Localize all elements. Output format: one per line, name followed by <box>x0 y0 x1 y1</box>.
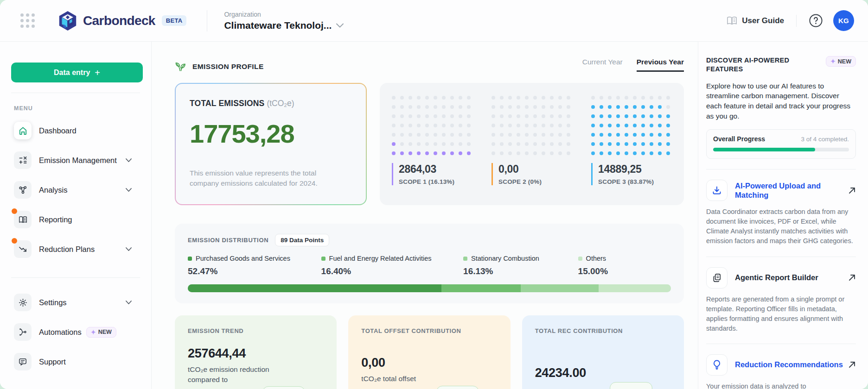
distribution-bar-segment <box>521 284 599 292</box>
sidebar-item-support[interactable]: Support <box>11 349 142 374</box>
card-value: 257644,44 <box>188 346 324 361</box>
external-arrow-icon <box>848 274 856 282</box>
legend-item: Stationary Combustion 16.13% <box>463 255 578 276</box>
tab-previous-year[interactable]: Previous Year <box>637 58 684 72</box>
emission-trend-card: EMISSION TREND 257644,44 tCO₂e emission … <box>175 315 337 389</box>
legend-swatch <box>188 257 192 261</box>
ai-panel-title: DISCOVER AI-POWERED FEATURES <box>706 56 806 74</box>
lightbulb-icon <box>713 360 721 370</box>
distribution-bar-segment <box>441 284 521 292</box>
total-emissions-value: 17753,28 <box>190 119 352 149</box>
section-title: EMISSION PROFILE <box>192 63 264 71</box>
sidebar-item-label: Analysis <box>39 186 126 194</box>
chevron-down-icon <box>126 301 132 304</box>
legend-swatch <box>321 257 326 261</box>
sidebar-item-settings[interactable]: Settings <box>11 290 142 315</box>
legend-swatch <box>578 257 582 261</box>
organization-label: Organization <box>224 11 344 18</box>
card-description: tCO₂e emission reduction compared to <box>188 364 287 384</box>
card-title: EMISSION TREND <box>188 327 324 334</box>
card-action-pill[interactable] <box>610 382 652 389</box>
sidebar-item-analysis[interactable]: Analysis <box>11 177 142 202</box>
sidebar-item-reporting[interactable]: Reporting <box>11 207 142 232</box>
panel-divider <box>706 257 856 257</box>
feature-agentic-report-builder[interactable]: Agentic Report Builder Reports are gener… <box>706 267 856 333</box>
sidebar-item-label: Reduction Plans <box>39 245 126 254</box>
gear-icon <box>19 298 27 307</box>
total-emissions-description: This emission value represents the total… <box>190 168 343 188</box>
total-offset-card: TOTAL OFFSET CONTRIBUTION 0,00 tCO₂e tot… <box>348 315 510 389</box>
scope-2-label: SCOPE 2 (0%) <box>498 178 570 185</box>
chevron-down-icon <box>336 23 344 28</box>
progress-status: 3 of 4 completed. <box>801 136 849 143</box>
trend-down-icon <box>19 246 27 253</box>
card-action-pill[interactable] <box>436 386 479 389</box>
user-guide-button[interactable]: User Guide <box>727 16 784 25</box>
distribution-bar-segment <box>188 284 441 292</box>
legend-swatch <box>463 257 467 261</box>
card-value: 0,00 <box>361 356 497 370</box>
beta-badge: BETA <box>162 15 187 26</box>
data-points-badge: 89 Data Points <box>275 234 329 246</box>
distribution-legend: Purchased Goods and Services 52.47% Fuel… <box>188 255 671 276</box>
sidebar-item-label: Settings <box>39 298 126 307</box>
progress-bar <box>713 148 849 151</box>
total-rec-card: TOTAL REC CONTRIBUTION 24234.00 <box>522 315 684 389</box>
scope-1-group: 2864,03 SCOPE 1 (16.13%) <box>392 96 471 205</box>
feature-description: Your emission data is analyzed to <box>706 382 856 389</box>
total-emissions-card: TOTAL EMISSIONS (tCO₂e) 17753,28 This em… <box>175 83 367 205</box>
feature-ai-upload-matching[interactable]: AI-Powered Upload and Matching Data Coor… <box>706 180 856 246</box>
carbondeck-cube-icon <box>57 10 78 31</box>
notification-dot <box>12 238 17 244</box>
apps-grid-icon[interactable] <box>20 13 35 28</box>
plus-icon: + <box>95 68 100 77</box>
data-entry-button[interactable]: Data entry + <box>11 63 143 82</box>
sidebar-item-label: Dashboard <box>39 126 139 135</box>
card-value: 24234.00 <box>535 366 671 380</box>
chevron-down-icon <box>126 188 132 192</box>
scope-3-dot-matrix <box>591 96 670 155</box>
feature-description: Reports are generated from a single prom… <box>706 295 856 333</box>
overall-progress-card: Overall Progress 3 of 4 completed. <box>706 129 856 159</box>
download-icon <box>712 186 721 195</box>
organization-name: Climateware Teknoloj... <box>224 20 332 31</box>
workflow-icon <box>19 328 27 336</box>
chevron-down-icon <box>126 158 132 162</box>
feature-reduction-recommendations[interactable]: Reduction Recommendations Your emission … <box>706 354 856 389</box>
scope-2-value: 0,00 <box>498 163 570 176</box>
scope-3-value: 14889,25 <box>598 163 670 176</box>
scope-3-group: 14889,25 SCOPE 3 (83.87%) <box>591 96 670 205</box>
book-icon <box>727 16 737 25</box>
sidebar-item-automations[interactable]: Automations ✦NEW <box>11 320 142 345</box>
progress-bar-fill <box>713 148 815 151</box>
header-divider <box>796 15 797 27</box>
panel-divider <box>706 344 856 344</box>
avatar[interactable]: KG <box>833 10 854 31</box>
card-action-pill[interactable] <box>262 386 305 389</box>
sparkle-icon: ✦ <box>91 329 96 336</box>
scope-1-label: SCOPE 1 (16.13%) <box>399 178 471 185</box>
user-guide-label: User Guide <box>742 16 784 25</box>
calculator-icon <box>19 156 27 165</box>
scope-1-value: 2864,03 <box>399 163 471 176</box>
sidebar-item-label: Emission Management <box>39 156 126 165</box>
distribution-stacked-bar <box>188 284 671 292</box>
brand-name: Carbondeck <box>83 13 155 28</box>
year-tabs: Current Year Previous Year <box>582 58 684 72</box>
tab-current-year[interactable]: Current Year <box>582 58 623 72</box>
ai-features-panel: DISCOVER AI-POWERED FEATURES ✦NEW Explor… <box>698 42 868 389</box>
help-icon[interactable] <box>809 13 823 28</box>
ai-panel-intro: Explore how to use our AI features to st… <box>706 81 856 121</box>
external-arrow-icon <box>848 187 856 194</box>
progress-label: Overall Progress <box>713 135 765 143</box>
total-emissions-unit: (tCO₂e) <box>267 99 294 108</box>
sidebar-item-emission-management[interactable]: Emission Management <box>11 148 142 173</box>
documents-icon <box>713 273 721 282</box>
feature-title: Reduction Recommendations <box>735 360 843 370</box>
leaf-icon <box>175 62 186 72</box>
scope-2-dot-matrix <box>491 96 570 155</box>
sidebar-item-dashboard[interactable]: Dashboard <box>11 118 142 143</box>
organization-selector[interactable]: Organization Climateware Teknoloj... <box>224 11 344 31</box>
sidebar-item-reduction-plans[interactable]: Reduction Plans <box>11 237 142 262</box>
scope-2-group: 0,00 SCOPE 2 (0%) <box>491 96 570 205</box>
